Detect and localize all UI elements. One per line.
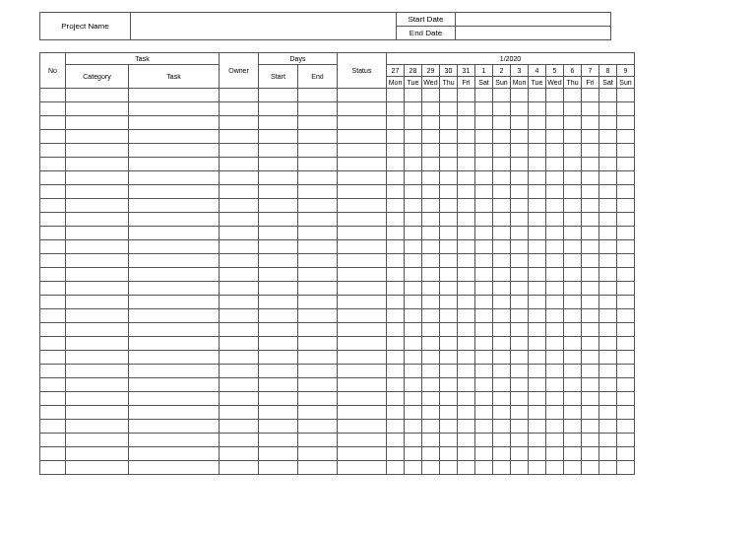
gantt-cell (475, 89, 493, 102)
cell (40, 447, 66, 461)
gantt-cell (493, 254, 511, 268)
cell (40, 199, 66, 213)
gantt-cell (599, 185, 617, 199)
gantt-cell (387, 158, 405, 171)
gantt-cell (546, 406, 564, 420)
gantt-cell (599, 89, 617, 102)
gantt-cell (617, 406, 635, 420)
col-day-num: 31 (458, 65, 475, 77)
gantt-cell (458, 309, 475, 323)
gantt-cell (493, 378, 511, 392)
cell (129, 240, 220, 254)
gantt-cell (564, 254, 582, 268)
cell (66, 171, 129, 185)
cell (129, 158, 220, 171)
cell (338, 309, 387, 323)
gantt-cell (529, 337, 546, 351)
cell (259, 144, 298, 158)
cell (298, 296, 338, 309)
cell (298, 392, 338, 406)
gantt-cell (475, 240, 493, 254)
cell (40, 130, 66, 144)
gantt-cell (440, 378, 458, 392)
gantt-cell (617, 337, 635, 351)
table-row (40, 365, 635, 378)
gantt-cell (458, 240, 475, 254)
cell (40, 102, 66, 116)
cell (298, 144, 338, 158)
cell (40, 185, 66, 199)
cell (40, 323, 66, 337)
col-day-dow: Wed (422, 77, 440, 89)
gantt-cell (564, 323, 582, 337)
cell (220, 461, 259, 475)
cell (298, 309, 338, 323)
col-day-dow: Fri (582, 77, 599, 89)
gantt-cell (529, 268, 546, 282)
cell (40, 227, 66, 240)
gantt-cell (529, 447, 546, 461)
col-day-num: 4 (529, 65, 546, 77)
gantt-cell (511, 254, 529, 268)
table-row (40, 199, 635, 213)
cell (259, 296, 298, 309)
cell (220, 144, 259, 158)
gantt-cell (422, 185, 440, 199)
gantt-cell (387, 185, 405, 199)
gantt-cell (405, 171, 422, 185)
cell (338, 282, 387, 296)
cell (259, 434, 298, 447)
gantt-cell (387, 240, 405, 254)
gantt-cell (475, 130, 493, 144)
table-row (40, 282, 635, 296)
cell (338, 406, 387, 420)
gantt-cell (529, 185, 546, 199)
cell (338, 89, 387, 102)
gantt-cell (599, 323, 617, 337)
gantt-cell (422, 296, 440, 309)
gantt-cell (511, 268, 529, 282)
gantt-cell (546, 447, 564, 461)
gantt-cell (511, 447, 529, 461)
col-task-group: Task (66, 53, 220, 65)
gantt-cell (564, 447, 582, 461)
gantt-cell (475, 213, 493, 227)
cell (220, 240, 259, 254)
cell (40, 240, 66, 254)
gantt-cell (599, 199, 617, 213)
table-row (40, 89, 635, 102)
cell (40, 296, 66, 309)
gantt-cell (405, 254, 422, 268)
cell (338, 116, 387, 130)
gantt-cell (475, 116, 493, 130)
cell (259, 309, 298, 323)
gantt-cell (511, 309, 529, 323)
gantt-cell (387, 365, 405, 378)
gantt-cell (582, 351, 599, 365)
cell (338, 447, 387, 461)
cell (338, 420, 387, 434)
cell (298, 254, 338, 268)
cell (220, 158, 259, 171)
project-name-label: Project Name (40, 13, 131, 40)
cell (338, 434, 387, 447)
table-row (40, 434, 635, 447)
gantt-cell (582, 406, 599, 420)
col-category: Category (66, 65, 129, 89)
cell (259, 89, 298, 102)
gantt-cell (582, 144, 599, 158)
gantt-cell (387, 213, 405, 227)
gantt-cell (564, 282, 582, 296)
gantt-cell (599, 309, 617, 323)
gantt-cell (546, 130, 564, 144)
gantt-cell (493, 158, 511, 171)
cell (66, 213, 129, 227)
cell (129, 323, 220, 337)
cell (259, 378, 298, 392)
cell (259, 227, 298, 240)
cell (220, 282, 259, 296)
gantt-cell (529, 309, 546, 323)
gantt-cell (546, 365, 564, 378)
cell (298, 268, 338, 282)
start-date-value (456, 13, 611, 27)
